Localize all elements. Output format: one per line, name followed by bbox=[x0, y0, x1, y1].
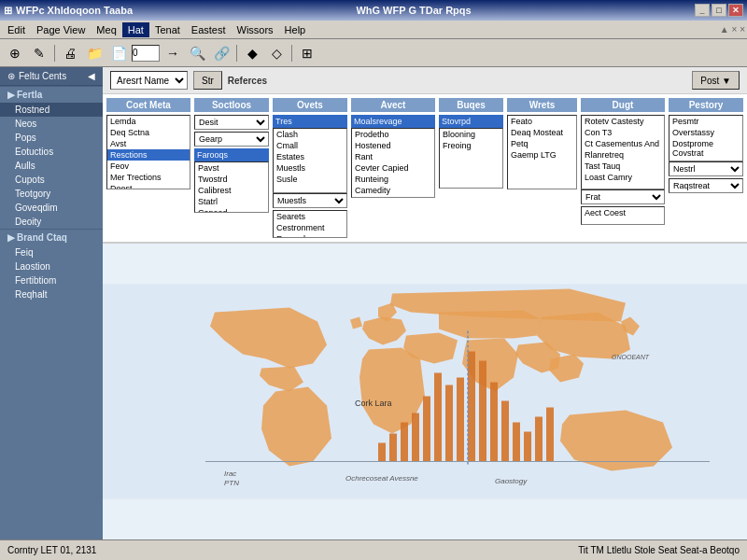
col-item[interactable]: Ct Casementus And bbox=[582, 138, 664, 149]
col-avect-moals[interactable]: Moalsrevage bbox=[351, 115, 435, 128]
col-item[interactable]: Overstassy bbox=[669, 127, 742, 138]
col-item[interactable]: Lemda bbox=[107, 116, 190, 127]
col-item[interactable]: Hostened bbox=[352, 140, 434, 151]
col-item[interactable]: Doest bbox=[107, 183, 190, 189]
col-item[interactable]: Rotetv Castesty bbox=[582, 116, 664, 127]
col-item[interactable]: Aect Coest bbox=[582, 207, 664, 218]
menu-tenat[interactable]: Tenat bbox=[149, 22, 186, 37]
col-list-ovets[interactable]: Clash Cmall Estates Muestls Susle bbox=[273, 128, 347, 193]
col-list-dugt[interactable]: Rotetv Castesty Con T3 Ct Casementus And… bbox=[581, 115, 665, 189]
sidebar-item-eotuctios[interactable]: Eotuctios bbox=[0, 145, 103, 159]
col-item[interactable]: Prodetho bbox=[352, 129, 434, 140]
col-pestory-select2[interactable]: Raqstreat bbox=[669, 178, 743, 193]
col-item[interactable]: Feato bbox=[508, 116, 576, 127]
sidebar-collapse-icon[interactable]: ◀ bbox=[88, 71, 95, 81]
col-item[interactable]: Twostrd bbox=[195, 174, 268, 185]
col-item[interactable]: Muestls bbox=[274, 162, 346, 174]
col-item[interactable]: Camedity bbox=[352, 185, 434, 196]
menu-wissors[interactable]: Wissors bbox=[232, 22, 279, 37]
col-item[interactable]: Con T3 bbox=[582, 127, 664, 138]
col-ovets-tres[interactable]: Tres bbox=[273, 115, 347, 128]
minimize-button[interactable]: _ bbox=[695, 4, 710, 17]
col-item[interactable]: Pesmtr bbox=[669, 116, 742, 127]
sidebar-item-pops[interactable]: Pops bbox=[0, 131, 103, 145]
col-item[interactable]: Castern Cheary bbox=[352, 196, 434, 198]
col-list-pestory[interactable]: Pesmtr Overstassy Dostprome Covstrat Nad bbox=[669, 115, 743, 161]
col-list-ovets2[interactable]: Searets Cestronment Rovanda bbox=[273, 210, 347, 238]
menu-eastest[interactable]: Eastest bbox=[186, 22, 232, 37]
sidebar-item-neos[interactable]: Neos bbox=[0, 117, 103, 131]
col-item[interactable]: Susle bbox=[274, 174, 346, 185]
col-list-dugt2[interactable]: Aect Coest bbox=[581, 206, 665, 225]
sidebar-item-cupots[interactable]: Cupots bbox=[0, 173, 103, 187]
sidebar-item-laostion[interactable]: Laostion bbox=[0, 259, 103, 273]
col-item[interactable]: Loast Camry bbox=[582, 172, 664, 183]
filter-str-button[interactable]: Str bbox=[193, 71, 222, 90]
filter-post-button[interactable]: Post ▼ bbox=[692, 71, 740, 90]
col-item[interactable]: Cmall bbox=[274, 140, 346, 151]
col-list-coet[interactable]: Lemda Deq Sctna Avst Resctions Feov Mer … bbox=[106, 115, 190, 189]
col-item[interactable]: Clash bbox=[274, 129, 346, 140]
menu-page-view[interactable]: Page View bbox=[31, 22, 91, 37]
col-soct-select2[interactable]: Gearp bbox=[194, 132, 269, 147]
col-item[interactable]: Capeed bbox=[195, 207, 268, 213]
menu-edit[interactable]: Edit bbox=[2, 22, 31, 37]
toolbar-number-input[interactable] bbox=[132, 45, 160, 62]
filter-name-select[interactable]: Aresrt Name bbox=[110, 71, 188, 90]
col-item[interactable]: Gaemp LTG bbox=[508, 149, 576, 161]
toolbar-back-btn[interactable]: ⊕ bbox=[4, 43, 26, 63]
col-list-soct[interactable]: Pavst Twostrd Calibrest Statrl Capeed Co… bbox=[194, 161, 269, 213]
col-item[interactable]: Runteing bbox=[352, 174, 434, 185]
toolbar-link-btn[interactable]: 🔗 bbox=[210, 43, 233, 63]
toolbar-diamond-btn[interactable]: ◆ bbox=[241, 43, 263, 63]
toolbar-print-btn[interactable]: 🖨 bbox=[59, 43, 81, 63]
toolbar-folder-btn[interactable]: 📁 bbox=[83, 43, 106, 63]
col-item[interactable]: Blooning bbox=[440, 129, 502, 140]
col-item[interactable]: Calibrest bbox=[195, 185, 268, 196]
col-item[interactable]: Avst bbox=[107, 138, 190, 149]
toolbar-edit-btn[interactable]: ✎ bbox=[28, 43, 50, 63]
col-item[interactable]: Deq Sctna bbox=[107, 127, 190, 138]
col-list-buqes[interactable]: Blooning Freoing bbox=[439, 128, 503, 189]
close-button[interactable]: ✕ bbox=[728, 4, 743, 17]
col-soct-select1[interactable]: Desit bbox=[194, 115, 269, 130]
menu-meq[interactable]: Meq bbox=[91, 22, 121, 37]
col-item[interactable]: Petq bbox=[508, 138, 576, 149]
toolbar-copy-btn[interactable]: 📄 bbox=[107, 43, 130, 63]
menu-hat[interactable]: Hat bbox=[122, 22, 149, 37]
col-buqes-stovrpd[interactable]: Stovrpd bbox=[439, 115, 503, 128]
sidebar-item-deoity[interactable]: Deoity bbox=[0, 215, 103, 229]
col-item[interactable]: Mer Trections bbox=[107, 172, 190, 183]
col-item[interactable]: Searets bbox=[274, 211, 346, 222]
sidebar-section-fertla[interactable]: ▶ Fertla bbox=[0, 86, 103, 103]
col-item-selected[interactable]: Resctions bbox=[107, 149, 190, 161]
col-pestory-select1[interactable]: Nestrl bbox=[669, 161, 743, 176]
menu-help[interactable]: Help bbox=[279, 22, 312, 37]
col-item[interactable]: Rant bbox=[352, 151, 434, 162]
sidebar-item-rostned[interactable]: Rostned bbox=[0, 103, 103, 117]
col-item[interactable]: Dostprome Covstrat bbox=[669, 138, 742, 159]
col-ovets-select[interactable]: Muestls bbox=[273, 193, 347, 208]
sidebar-section-brand[interactable]: ▶ Brand Ctaq bbox=[0, 229, 103, 245]
col-item[interactable]: Freoing bbox=[440, 140, 502, 151]
col-item[interactable]: Cevter Capied bbox=[352, 162, 434, 174]
col-item[interactable]: Cestronment bbox=[274, 222, 346, 233]
col-soct-farooqs[interactable]: Farooqs bbox=[194, 148, 269, 161]
toolbar-diamond2-btn[interactable]: ◇ bbox=[265, 43, 288, 63]
col-item[interactable]: Rlanretreq bbox=[582, 149, 664, 161]
sidebar-item-feiq[interactable]: Feiq bbox=[0, 245, 103, 259]
col-item[interactable]: Pavst bbox=[195, 162, 268, 174]
toolbar-grid-btn[interactable]: ⊞ bbox=[296, 43, 318, 63]
col-list-wrets[interactable]: Feato Deaq Mosteat Petq Gaemp LTG bbox=[507, 115, 577, 189]
sidebar-item-teotgory[interactable]: Teotgory bbox=[0, 187, 103, 201]
col-item[interactable]: Statrl bbox=[195, 196, 268, 207]
col-item[interactable]: Feov bbox=[107, 161, 190, 172]
col-item[interactable]: Rovanda bbox=[274, 233, 346, 238]
sidebar-item-goveqdim[interactable]: Goveqdim bbox=[0, 201, 103, 215]
toolbar-search-btn[interactable]: 🔍 bbox=[186, 43, 208, 63]
col-item[interactable]: Deaq Mosteat bbox=[508, 127, 576, 138]
sidebar-item-reqhalt[interactable]: Reqhalt bbox=[0, 287, 103, 301]
sidebar-item-aulls[interactable]: Aulls bbox=[0, 159, 103, 173]
sidebar-item-fertibtiom[interactable]: Fertibtiom bbox=[0, 273, 103, 287]
maximize-button[interactable]: □ bbox=[712, 4, 726, 17]
